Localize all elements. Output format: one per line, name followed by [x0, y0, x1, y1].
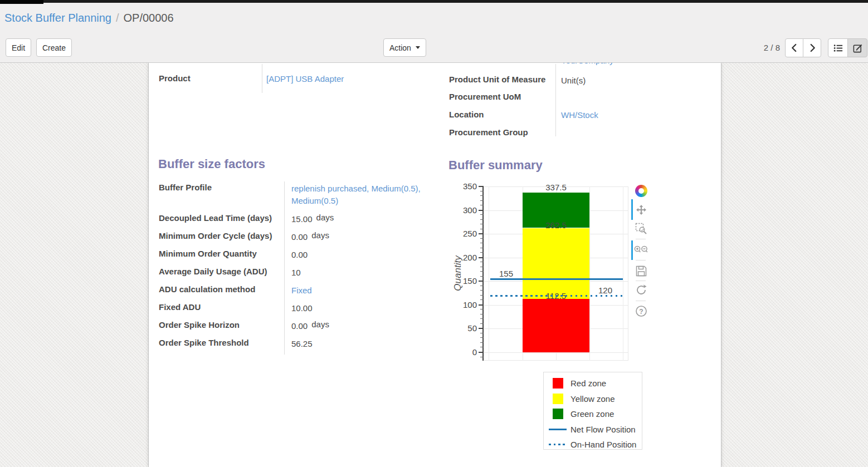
form-view-button[interactable]: [847, 38, 867, 57]
y-tick-label: 350: [449, 181, 477, 191]
help-icon[interactable]: ?: [634, 304, 648, 318]
legend-label: Red zone: [570, 378, 606, 388]
y-axis-line: [482, 186, 484, 361]
y-tick-minor: [480, 337, 484, 338]
field-row: Minimum Order Quantity 0.00: [159, 248, 437, 266]
location-field-value[interactable]: WH/Stock: [561, 110, 598, 120]
box-zoom-icon[interactable]: [634, 222, 648, 236]
procurement-group-field-label: Procurement Group: [449, 127, 528, 137]
pager-counter: 2 / 8: [745, 38, 780, 57]
spike-threshold-label: Order Spike Threshold: [159, 337, 284, 355]
bar-value-label: 337.5: [523, 183, 589, 191]
spike-horizon-value: 0.00: [291, 321, 308, 331]
adu-method-value[interactable]: Fixed: [291, 286, 312, 295]
buffer-profile-value[interactable]: replenish purchased, Medium(0.5), Medium…: [291, 183, 432, 207]
bar-segment-red-zone: [523, 299, 589, 352]
y-tick-minor: [480, 276, 484, 277]
adu-method-label: ADU calculation method: [159, 283, 284, 301]
y-tick-minor: [480, 229, 484, 229]
y-tick-minor: [480, 342, 484, 343]
y-tick-major: [479, 328, 484, 329]
legend-label: Net Flow Position: [570, 425, 636, 434]
pan-icon[interactable]: [634, 203, 648, 217]
legend-item-net-flow-position[interactable]: Net Flow Position: [544, 422, 642, 437]
y-tick-minor: [480, 262, 484, 262]
y-tick-label: 100: [449, 300, 477, 310]
field-separator: [262, 64, 262, 93]
field-row: Order Spike Threshold 56.25: [159, 337, 437, 355]
navbar-active-tab[interactable]: [0, 0, 43, 4]
dlt-suffix: days: [316, 213, 334, 222]
y-tick-label: 50: [449, 323, 477, 333]
form-sheet: YourCompany Product [ADPT] USB Adapter P…: [148, 63, 721, 467]
y-tick-minor: [480, 214, 484, 215]
line-value-label: 155: [499, 269, 513, 278]
y-tick-minor: [480, 333, 484, 333]
y-tick-minor: [480, 243, 484, 243]
pager-next-button[interactable]: [803, 38, 821, 57]
yellow-zone-swatch-icon: [548, 394, 567, 404]
modebar-divider: [636, 281, 646, 281]
procurement-uom-field-label: Procurement UoM: [449, 92, 521, 101]
legend-item-green-zone[interactable]: Green zone: [544, 406, 642, 422]
buffer-size-factors-group: Buffer Profile replenish purchased, Medi…: [159, 181, 437, 355]
y-tick-minor: [480, 309, 484, 309]
y-tick-minor: [480, 290, 484, 291]
y-tick-minor: [480, 200, 484, 201]
y-tick-label: 200: [449, 253, 477, 263]
modebar-divider: [636, 260, 646, 260]
action-dropdown-button[interactable]: Action: [383, 38, 426, 57]
chevron-left-icon: [789, 43, 799, 53]
create-button-label: Create: [42, 43, 66, 52]
y-tick-label: 300: [449, 205, 477, 215]
pager-previous-button[interactable]: [785, 38, 803, 57]
field-row: Order Spike Horizon 0.00days: [159, 319, 437, 337]
on-hand-position-line: [490, 295, 623, 297]
y-tick-major: [479, 304, 484, 306]
legend-item-yellow-zone[interactable]: Yellow zone: [544, 391, 642, 407]
solid-line-swatch-icon: [548, 429, 567, 430]
edit-button[interactable]: Edit: [6, 38, 31, 57]
product-field-label: Product: [159, 73, 191, 83]
spike-horizon-label: Order Spike Horizon: [159, 319, 284, 337]
save-image-icon[interactable]: [634, 264, 648, 278]
create-button[interactable]: Create: [36, 38, 72, 57]
view-switcher: [828, 38, 867, 57]
y-tick-major: [479, 257, 484, 258]
spike-horizon-suffix: days: [311, 319, 329, 329]
pager-buttons: [785, 38, 821, 57]
y-tick-minor: [480, 267, 484, 267]
legend-item-red-zone[interactable]: Red zone: [544, 376, 642, 391]
y-tick-minor: [480, 219, 484, 220]
bar-value-label: 262.5: [523, 221, 589, 229]
moc-label: Minimum Order Cycle (days): [159, 230, 284, 248]
gridline-vertical: [589, 186, 590, 361]
zoom-in-out-icon[interactable]: [634, 243, 648, 257]
y-tick-minor: [480, 299, 484, 300]
bar-segment-yellow-zone: [523, 228, 589, 299]
breadcrumb-current: OP/00006: [124, 12, 174, 24]
buffer-size-factors-title: Buffer size factors: [158, 157, 265, 171]
list-view-button[interactable]: [828, 38, 848, 57]
y-tick-label: 0: [449, 347, 477, 357]
dotted-line-swatch-icon: [548, 444, 567, 445]
y-tick-minor: [480, 224, 484, 224]
y-tick-minor: [480, 271, 484, 272]
spike-threshold-value: 56.25: [291, 339, 313, 348]
plotly-modebar: ?: [631, 181, 656, 326]
red-zone-swatch-icon: [548, 378, 567, 389]
product-field-value[interactable]: [ADPT] USB Adapter: [266, 74, 344, 83]
green-zone-swatch-icon: [548, 409, 567, 419]
legend-item-on-hand-position[interactable]: On-Hand Position: [544, 437, 642, 453]
y-tick-minor: [480, 318, 484, 319]
plotly-logo-icon[interactable]: [635, 185, 647, 197]
breadcrumb-parent-link[interactable]: Stock Buffer Planning: [4, 12, 111, 24]
y-tick-label: 250: [449, 229, 477, 239]
form-view-icon: [852, 43, 863, 53]
y-tick-minor: [480, 205, 484, 205]
y-tick-minor: [480, 252, 484, 253]
reset-axes-icon[interactable]: [634, 283, 648, 297]
y-tick-label: 150: [449, 276, 477, 286]
field-row: Average Daily Usage (ADU) 10: [159, 266, 437, 283]
y-tick-major: [479, 233, 484, 234]
